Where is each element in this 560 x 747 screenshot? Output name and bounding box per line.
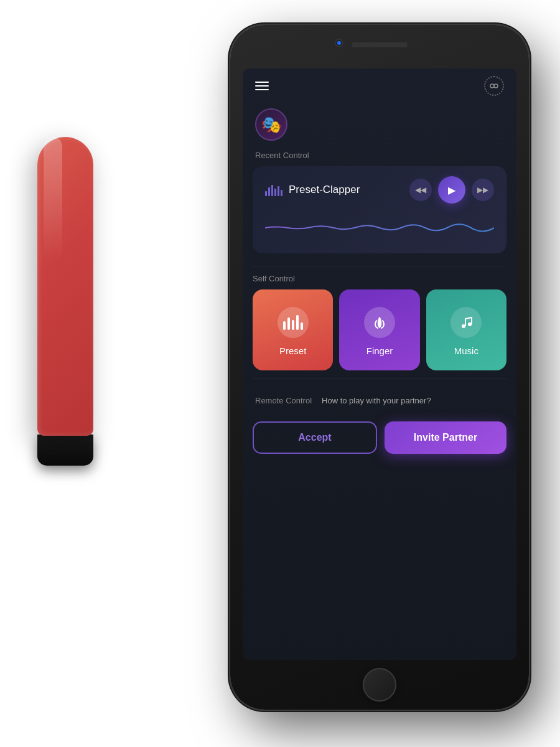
svg-point-0 (490, 84, 494, 88)
vibrator-base (37, 435, 93, 466)
music-icon (450, 307, 482, 338)
waveform-icon (265, 184, 282, 196)
finger-label: Finger (366, 345, 393, 356)
phone-camera (335, 39, 343, 47)
preset-clapper-left: Preset-Clapper (265, 184, 360, 196)
preset-clapper-row: Preset-Clapper ◀◀ ▶ ▶▶ (265, 176, 494, 204)
recent-control-label: Recent Control (243, 151, 516, 166)
vibrator-body (37, 137, 93, 436)
music-label: Music (454, 345, 478, 356)
self-control-label: Self Control (253, 274, 506, 283)
avatar-section: 🎭 (243, 103, 516, 151)
play-button[interactable]: ▶ (438, 176, 465, 204)
finger-icon (364, 307, 395, 338)
phone-frame: 🎭 Recent Control (230, 25, 529, 710)
self-control-section: Self Control (243, 274, 516, 370)
remote-control-hint: How to play with your partner? (322, 396, 431, 405)
screen-header (243, 68, 516, 103)
waveform-visualization (265, 212, 494, 243)
svg-point-1 (494, 84, 498, 88)
phone-device: 🎭 Recent Control (230, 25, 529, 710)
preset-clapper-title: Preset-Clapper (289, 184, 360, 196)
bottom-buttons: Accept Invite Partner (243, 413, 516, 463)
remote-control-label: Remote Control (255, 396, 312, 405)
self-control-grid: Preset Finger (253, 289, 506, 370)
accept-button[interactable]: Accept (253, 421, 377, 454)
preset-card[interactable]: Preset (253, 289, 333, 370)
divider-1 (253, 266, 506, 266)
finger-card[interactable]: Finger (339, 289, 419, 370)
home-button[interactable] (363, 668, 396, 702)
remote-control-section: Remote Control How to play with your par… (243, 386, 516, 405)
phone-top-bar (230, 25, 529, 68)
phone-screen: 🎭 Recent Control (243, 68, 516, 660)
playback-controls: ◀◀ ▶ ▶▶ (409, 176, 494, 204)
preset-icon (278, 307, 309, 338)
avatar-emoji: 🎭 (261, 115, 281, 134)
link-icon[interactable] (484, 76, 504, 96)
recent-control-card: Preset-Clapper ◀◀ ▶ ▶▶ (253, 166, 506, 253)
preset-bars-icon (283, 315, 303, 330)
divider-2 (253, 378, 506, 378)
avatar[interactable]: 🎭 (255, 108, 287, 141)
invite-partner-button[interactable]: Invite Partner (385, 421, 506, 454)
vibrator-device (37, 137, 93, 466)
phone-bottom (230, 660, 529, 710)
prev-button[interactable]: ◀◀ (409, 179, 432, 201)
scene: 🎭 Recent Control (0, 0, 560, 747)
music-card[interactable]: Music (426, 289, 506, 370)
hamburger-menu-icon[interactable] (255, 82, 269, 90)
phone-speaker (352, 42, 408, 47)
preset-label: Preset (279, 345, 306, 356)
next-button[interactable]: ▶▶ (472, 179, 494, 201)
